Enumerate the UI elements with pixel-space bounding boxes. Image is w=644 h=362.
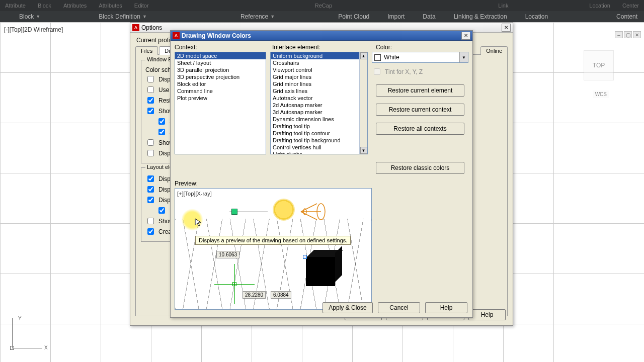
list-item[interactable]: Light glyphs [271,151,367,154]
tab-files[interactable]: Files [135,46,158,55]
colors-titlebar[interactable]: A Drawing Window Colors ✕ [171,31,472,41]
chk-printable[interactable] [147,186,154,193]
list-item[interactable]: Plot preview [175,95,266,102]
spotlight-icon [299,203,326,221]
tint-label: Tint for X, Y, Z [385,68,423,75]
list-item[interactable]: Grid axis lines [271,87,367,95]
close-icon[interactable]: ✕ [633,31,641,38]
preview-pane: [+][Top][X-ray] 10.6063 28.2280 6.0884 [175,188,372,310]
chk-rollover[interactable] [147,139,154,146]
viewport-label[interactable]: [-][Top][2D Wireframe] [4,26,63,33]
list-item[interactable]: 3D parallel projection [175,66,266,73]
ucs-x-label: X [44,345,48,350]
restore-current-element-button[interactable]: Restore current element [376,84,464,97]
list-item[interactable]: Command line [175,87,266,95]
help-button[interactable]: Help [425,302,467,313]
ribbon-panel-linking[interactable]: Linking & Extraction [450,12,511,21]
scrollbar[interactable]: ▲ ▼ [359,52,367,154]
element-label: Interface element: [272,44,370,51]
tint-checkbox [374,68,380,75]
viewport-window-controls: – ▢ ✕ [615,31,641,38]
ribbon-panel-pointcloud[interactable]: Point Cloud [334,12,373,21]
preview-tooltip: Displays a preview of the drawing based … [195,236,351,245]
chk-paper-bg[interactable] [147,197,154,203]
ribbon-panel-import[interactable]: Import [383,12,409,21]
ribbon-panel-reference[interactable]: Reference▼ [236,12,279,21]
chevron-down-icon: ▼ [270,14,275,19]
chevron-down-icon[interactable]: ▼ [459,52,468,62]
chevron-down-icon: ▼ [36,14,40,19]
list-item[interactable]: Autotrack vector [271,95,367,102]
list-item[interactable]: Block editor [175,80,266,87]
chk-resize-icons[interactable] [147,97,154,104]
wcs-label[interactable]: WCS [593,90,609,98]
minimize-icon[interactable]: – [615,31,623,38]
close-icon[interactable]: ✕ [461,32,470,40]
preview-dimension-value: 28.2280 [243,291,266,299]
list-item[interactable]: Viewport control [271,66,367,73]
list-item[interactable]: Drafting tool tip contour [271,130,367,137]
chk-filetabs[interactable] [147,150,154,156]
color-label: Color: [376,44,468,51]
ribbon-panels: Block▼ Block Definition▼ Reference▼ Poin… [0,11,644,22]
list-item[interactable]: 3d Autosnap marker [271,109,367,116]
ribbon-mini-label: Attributes [99,3,122,9]
list-item[interactable]: Crosshairs [271,59,367,66]
chk-extended-tooltips[interactable] [158,129,165,135]
chk-large-buttons[interactable] [147,86,154,93]
ribbon-mini-label: Block [38,3,51,9]
app-icon: A [132,24,139,31]
list-item[interactable]: Dynamic dimension lines [271,116,367,123]
list-item[interactable]: Uniform background [271,52,367,59]
preview-dimension-value: 6.0884 [271,291,291,299]
close-icon[interactable]: ✕ [502,24,511,32]
scroll-up-icon[interactable]: ▲ [360,52,367,59]
color-combobox[interactable]: White ▼ [372,52,468,63]
apply-and-close-button[interactable]: Apply & Close [323,302,373,313]
context-label: Context: [175,44,266,51]
preview-grip-icon [231,209,237,215]
chk-tooltips[interactable] [147,108,154,114]
ucs-icon: Y X [8,317,48,357]
preview-cube [306,250,341,287]
tab-online[interactable]: Online [480,46,508,55]
list-item[interactable]: Grid major lines [271,73,367,80]
list-item[interactable]: Drafting tool tip [271,123,367,130]
chk-layout-tabs[interactable] [147,175,154,182]
colors-title: Drawing Window Colors [182,32,251,39]
tint-xyz-checkbox: Tint for X, Y, Z [372,67,468,76]
ribbon-panel-block-def[interactable]: Block Definition▼ [95,12,151,21]
maximize-icon[interactable]: ▢ [624,31,632,38]
chk-scrollbars[interactable] [147,76,154,82]
chk-create-vp[interactable] [147,228,154,235]
ribbon-panel-location[interactable]: Location [521,12,552,21]
scroll-down-icon[interactable]: ▼ [360,147,367,154]
viewcube[interactable]: TOP [584,50,614,80]
ribbon-mini-label: Center [622,3,639,9]
interface-element-listbox[interactable]: Uniform backgroundCrosshairsViewport con… [270,52,368,154]
restore-classic-colors-button[interactable]: Restore classic colors [376,162,464,174]
ribbon-mini-label: Link [498,3,508,9]
preview-grip-icon [303,255,307,259]
list-item[interactable]: Control vertices hull [271,144,367,151]
chk-pagesetup[interactable] [147,218,154,224]
list-item[interactable]: Sheet / layout [175,59,266,66]
ribbon-mini-label: Attribute [5,3,26,9]
chk-paper-shadow[interactable] [158,207,165,214]
restore-all-contexts-button[interactable]: Restore all contexts [376,123,464,135]
list-item[interactable]: Grid minor lines [271,80,367,87]
list-item[interactable]: Drafting tool tip background [271,137,367,144]
context-listbox[interactable]: 2D model spaceSheet / layout3D parallel … [175,52,266,154]
options-help-button[interactable]: Help [468,309,506,320]
list-item[interactable]: 2d Autosnap marker [271,102,367,109]
list-item[interactable]: 3D perspective projection [175,73,266,80]
ribbon-panel-content[interactable]: Content [612,12,641,21]
cancel-button[interactable]: Cancel [378,302,420,313]
ribbon-panel-block[interactable]: Block▼ [15,12,44,21]
restore-current-context-button[interactable]: Restore current context [376,104,464,116]
sun-light-icon [274,200,294,220]
chk-shortcut-keys[interactable] [158,118,165,125]
list-item[interactable]: 2D model space [175,52,266,59]
ribbon-panel-data[interactable]: Data [419,12,439,21]
ribbon-mini-label: Location [589,3,610,9]
